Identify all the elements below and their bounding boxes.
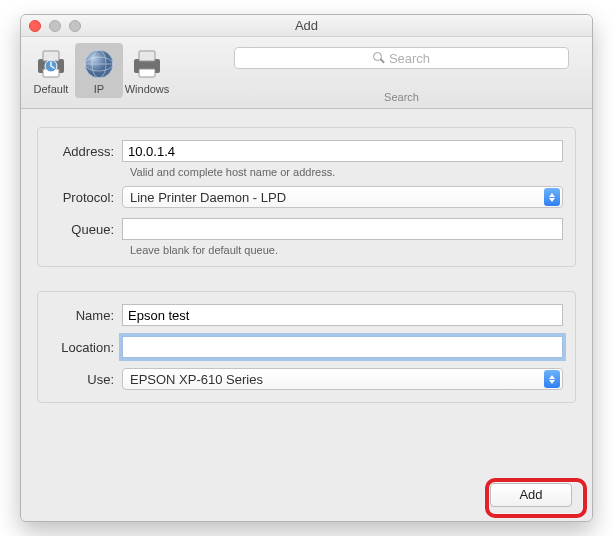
protocol-value: Line Printer Daemon - LPD bbox=[130, 190, 544, 205]
queue-field[interactable] bbox=[122, 218, 563, 240]
address-label: Address: bbox=[50, 144, 122, 159]
location-label: Location: bbox=[50, 340, 122, 355]
add-printer-window: Add Default bbox=[20, 14, 593, 522]
toolbar-ip-label: IP bbox=[75, 83, 123, 95]
address-field[interactable] bbox=[122, 140, 563, 162]
window-title: Add bbox=[21, 18, 592, 33]
connection-box: Address: Valid and complete host name or… bbox=[37, 127, 576, 267]
footer: Add bbox=[37, 483, 576, 507]
window-controls bbox=[29, 20, 81, 32]
toolbar-windows-label: Windows bbox=[123, 83, 171, 95]
chevron-up-down-icon bbox=[544, 370, 560, 388]
search-input[interactable]: Search bbox=[234, 47, 569, 69]
minimize-icon[interactable] bbox=[49, 20, 61, 32]
address-helper: Valid and complete host name or address. bbox=[130, 166, 563, 178]
protocol-label: Protocol: bbox=[50, 190, 122, 205]
svg-rect-11 bbox=[139, 69, 155, 77]
name-label: Name: bbox=[50, 308, 122, 323]
add-button[interactable]: Add bbox=[490, 483, 572, 507]
use-select[interactable]: EPSON XP-610 Series bbox=[122, 368, 563, 390]
chevron-up-down-icon bbox=[544, 188, 560, 206]
printer-box: Name: Location: Use: EPSON XP-610 Series bbox=[37, 291, 576, 403]
search-icon bbox=[373, 52, 385, 64]
search-placeholder: Search bbox=[389, 51, 430, 66]
close-icon[interactable] bbox=[29, 20, 41, 32]
queue-label: Queue: bbox=[50, 222, 122, 237]
content: Address: Valid and complete host name or… bbox=[21, 109, 592, 521]
use-value: EPSON XP-610 Series bbox=[130, 372, 544, 387]
titlebar: Add bbox=[21, 15, 592, 37]
globe-icon bbox=[75, 46, 123, 82]
toolbar-windows[interactable]: Windows bbox=[123, 43, 171, 98]
name-field[interactable] bbox=[122, 304, 563, 326]
protocol-select[interactable]: Line Printer Daemon - LPD bbox=[122, 186, 563, 208]
svg-rect-10 bbox=[139, 51, 155, 61]
use-label: Use: bbox=[50, 372, 122, 387]
printer-default-icon bbox=[27, 46, 75, 82]
maximize-icon[interactable] bbox=[69, 20, 81, 32]
toolbar-default-label: Default bbox=[27, 83, 75, 95]
toolbar-ip[interactable]: IP bbox=[75, 43, 123, 98]
printer-icon bbox=[123, 46, 171, 82]
search-wrap: Search Search bbox=[221, 47, 582, 103]
location-field[interactable] bbox=[122, 336, 563, 358]
toolbar: Default IP bbox=[21, 37, 592, 109]
search-label: Search bbox=[221, 91, 582, 103]
toolbar-default[interactable]: Default bbox=[27, 43, 75, 98]
queue-helper: Leave blank for default queue. bbox=[130, 244, 563, 256]
